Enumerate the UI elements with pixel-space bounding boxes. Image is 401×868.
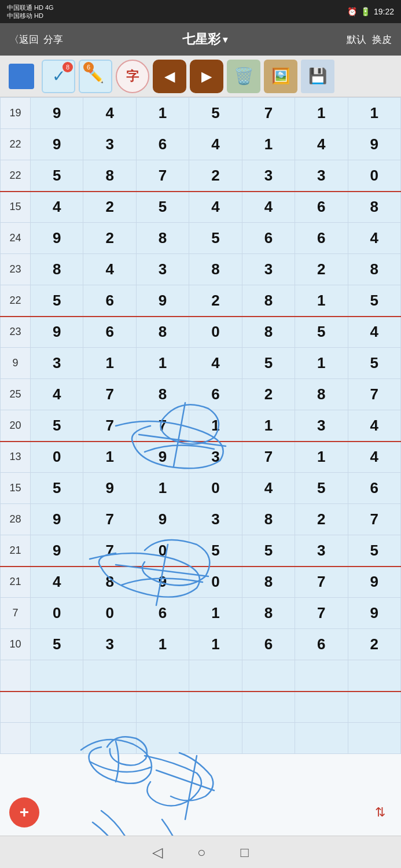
cell-value: 3 xyxy=(189,442,242,473)
cell-value: 5 xyxy=(189,223,242,254)
row-id: 9 xyxy=(1,348,31,379)
cell-value: 5 xyxy=(348,535,400,567)
back-nav-icon[interactable]: ◁ xyxy=(152,844,163,860)
cell-value: 4 xyxy=(83,98,136,129)
cell-value: 1 xyxy=(136,98,189,129)
share-button[interactable]: 分享 xyxy=(43,33,63,46)
cell-value: 5 xyxy=(189,535,242,567)
cell-value: 1 xyxy=(83,442,136,473)
cell-value: 9 xyxy=(136,567,189,598)
cell-value: 1 xyxy=(295,98,348,129)
cell-value: 2 xyxy=(242,379,295,410)
dropdown-icon[interactable]: ▾ xyxy=(223,34,227,45)
cell-value: 7 xyxy=(348,504,400,535)
photos-button[interactable]: 🖼️ xyxy=(264,60,297,93)
photos-icon: 🖼️ xyxy=(271,67,290,85)
skin-button[interactable]: 换皮 xyxy=(372,33,392,46)
cell-value: 1 xyxy=(83,348,136,379)
cell-value: 7 xyxy=(136,410,189,442)
cell-value xyxy=(31,692,83,723)
fab-add-button[interactable]: + xyxy=(9,797,39,827)
save-icon: 💾 xyxy=(308,67,327,85)
cell-value: 0 xyxy=(31,598,83,629)
cell-value: 2 xyxy=(83,223,136,254)
cell-value xyxy=(242,723,295,754)
check-button[interactable]: ✓ 8 xyxy=(42,60,75,93)
badge-8: 8 xyxy=(62,62,73,72)
arrow-left-button[interactable]: ◀ xyxy=(153,60,186,93)
cell-value: 8 xyxy=(83,160,136,192)
cell-value: 0 xyxy=(189,473,242,504)
cell-value: 9 xyxy=(31,504,83,535)
cell-value: 9 xyxy=(136,504,189,535)
cell-value: 5 xyxy=(189,98,242,129)
table-row: 154254468 xyxy=(1,192,401,223)
cell-value: 5 xyxy=(348,285,400,317)
table-row: 239680854 xyxy=(1,317,401,348)
cell-value: 1 xyxy=(242,410,295,442)
cell-value: 8 xyxy=(242,504,295,535)
table-row: 70061879 xyxy=(1,598,401,629)
table-row: 93114515 xyxy=(1,348,401,379)
trash-button[interactable]: 🗑️ xyxy=(227,60,260,93)
cell-value: 4 xyxy=(189,348,242,379)
cell-value: 2 xyxy=(295,504,348,535)
cell-value: 9 xyxy=(31,535,83,567)
cell-value: 5 xyxy=(136,192,189,223)
fab-scroll-button[interactable]: ⇅ xyxy=(369,797,392,827)
cell-value: 7 xyxy=(242,442,295,473)
arrow-right-button[interactable]: ▶ xyxy=(190,60,223,93)
color-button[interactable] xyxy=(5,60,38,93)
cell-value xyxy=(31,723,83,754)
nav-bar: 〈返回 分享 七星彩 ▾ 默认 换皮 xyxy=(0,23,401,56)
cell-value: 7 xyxy=(83,379,136,410)
nav-center: 七星彩 ▾ xyxy=(182,31,227,48)
default-button[interactable]: 默认 xyxy=(347,33,366,46)
row-id xyxy=(1,692,31,723)
blue-square-icon xyxy=(9,64,34,89)
row-id: 15 xyxy=(1,192,31,223)
table-row: 130193714 xyxy=(1,442,401,473)
save-button[interactable]: 💾 xyxy=(301,60,334,93)
cell-value: 3 xyxy=(31,348,83,379)
row-id: 15 xyxy=(1,473,31,504)
cell-value: 6 xyxy=(83,317,136,348)
cell-value xyxy=(348,723,400,754)
cell-value: 2 xyxy=(189,285,242,317)
cell-value: 8 xyxy=(31,254,83,285)
cell-value: 4 xyxy=(242,192,295,223)
cell-value: 1 xyxy=(136,348,189,379)
recent-nav-icon[interactable]: □ xyxy=(241,844,249,860)
cell-value: 4 xyxy=(31,192,83,223)
table-row: 199415711 xyxy=(1,98,401,129)
table-row xyxy=(1,692,401,723)
cell-value: 1 xyxy=(189,629,242,660)
pencil-button[interactable]: ✏️ 6 xyxy=(79,60,112,93)
cell-value: 6 xyxy=(295,223,348,254)
home-nav-icon[interactable]: ○ xyxy=(197,844,206,860)
cell-value: 8 xyxy=(136,379,189,410)
cell-value xyxy=(348,692,400,723)
cell-value: 6 xyxy=(295,192,348,223)
cell-value: 5 xyxy=(242,535,295,567)
cell-value: 1 xyxy=(348,98,400,129)
row-id: 25 xyxy=(1,379,31,410)
cell-value: 0 xyxy=(189,567,242,598)
table-row: 214890879 xyxy=(1,567,401,598)
cell-value: 8 xyxy=(189,254,242,285)
char-button[interactable]: 字 xyxy=(116,60,149,93)
cell-value xyxy=(189,660,242,692)
cell-value: 5 xyxy=(242,348,295,379)
status-bar: 中国联通 HD 4G 中国移动 HD ⏰ 🔋 19:22 xyxy=(0,0,401,23)
cell-value: 5 xyxy=(295,317,348,348)
cell-value: 3 xyxy=(242,254,295,285)
back-button[interactable]: 〈返回 xyxy=(9,33,39,46)
cell-value: 7 xyxy=(136,160,189,192)
table-row: 238438328 xyxy=(1,254,401,285)
cell-value: 9 xyxy=(348,598,400,629)
cell-value: 0 xyxy=(83,598,136,629)
row-id: 7 xyxy=(1,598,31,629)
cell-value: 9 xyxy=(136,285,189,317)
cell-value: 1 xyxy=(295,285,348,317)
cell-value: 4 xyxy=(31,567,83,598)
